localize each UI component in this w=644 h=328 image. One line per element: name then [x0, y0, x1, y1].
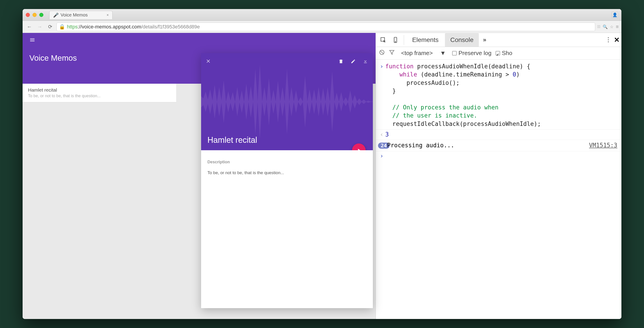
frame-selector-label: <top frame>	[401, 50, 433, 57]
funnel-icon	[389, 49, 395, 55]
forward-button[interactable]: →	[36, 24, 44, 30]
menu-icon	[30, 37, 35, 43]
address-bar: ← → ⟳ 🔒 https://voice-memos.appspot.com/…	[22, 21, 622, 33]
close-detail-button[interactable]	[206, 58, 211, 65]
console-prompt[interactable]: ›	[376, 151, 622, 161]
chevron-down-icon: ▼	[440, 50, 446, 57]
no-entry-icon	[379, 49, 385, 55]
trash-icon	[338, 59, 344, 64]
user-icon: 👤	[612, 12, 617, 17]
window-controls	[26, 13, 44, 17]
url-path: /details/f1f3953e5668d89e	[141, 24, 200, 29]
inspect-icon	[380, 37, 386, 43]
checkbox-icon	[452, 51, 457, 55]
memo-list-item[interactable]: Hamlet recital To be, or not to be, that…	[22, 84, 176, 102]
console-result: ‹ 3	[376, 130, 622, 140]
browser-window: 🎤 Voice Memos × 👤 ← → ⟳ 🔒 https://voice-…	[22, 9, 622, 319]
detail-header: Hamlet recital	[201, 53, 373, 150]
svg-line-5	[380, 51, 384, 54]
detail-body: Description To be, or not to be, that is…	[201, 150, 373, 181]
inspect-element-button[interactable]	[378, 34, 389, 45]
log-message: Processing audio...	[387, 141, 454, 149]
url-host: ://voice-memos.appspot.com	[78, 24, 141, 29]
preserve-log-checkbox[interactable]: Preserve log	[452, 50, 492, 57]
reload-button[interactable]: ⟳	[46, 24, 54, 30]
zoom-icon[interactable]: 🔍	[603, 24, 608, 29]
window-minimize-button[interactable]	[32, 13, 36, 17]
close-icon	[206, 59, 211, 64]
devtools-tabstrip: Elements Console » ⋮ ✕	[376, 33, 622, 47]
detail-title: Hamlet recital	[208, 135, 257, 145]
checkbox-checked-icon	[496, 51, 500, 55]
star-icon[interactable]: ☆	[610, 24, 614, 29]
browser-tab[interactable]: 🎤 Voice Memos ×	[49, 11, 112, 19]
app-background: Voice Memos Hamlet recital To be, or not…	[22, 33, 376, 319]
filter-button[interactable]	[389, 49, 395, 57]
profile-button[interactable]: 👤	[612, 11, 618, 18]
log-count-badge: 24	[378, 141, 385, 149]
devtools-tab-elements[interactable]: Elements	[407, 33, 444, 47]
window-zoom-button[interactable]	[39, 13, 44, 17]
delete-button[interactable]	[338, 59, 344, 65]
edit-button[interactable]	[351, 59, 356, 65]
menu-button[interactable]	[30, 37, 36, 44]
description-text: To be, or not to be, that is the questio…	[208, 170, 366, 175]
console-toolbar: <top frame> ▼ Preserve log Sho	[376, 47, 622, 60]
play-icon	[356, 148, 361, 150]
url-input[interactable]: 🔒 https://voice-memos.appspot.com/detail…	[56, 22, 595, 31]
preserve-log-label: Preserve log	[458, 50, 492, 57]
download-icon	[363, 59, 368, 64]
console-output: › function processAudioWhenIdle(deadline…	[376, 60, 622, 319]
show-checkbox[interactable]: Sho	[496, 50, 512, 57]
clear-console-button[interactable]	[379, 49, 385, 57]
mic-icon: 🎤	[53, 12, 59, 18]
code-block: function processAudioWhenIdle(deadline) …	[385, 62, 541, 128]
result-value: 3	[385, 130, 389, 139]
back-button[interactable]: ←	[25, 24, 34, 30]
lock-icon: 🔒	[59, 24, 65, 30]
devtools-close-button[interactable]: ✕	[614, 36, 620, 44]
tab-title: Voice Memos	[60, 12, 88, 17]
device-icon	[392, 37, 398, 43]
description-label: Description	[208, 160, 366, 164]
output-caret-icon: ‹	[378, 130, 385, 139]
devtools-more-tabs[interactable]: »	[480, 34, 489, 46]
memo-item-title: Hamlet recital	[28, 87, 171, 93]
prompt-caret-icon: ›	[378, 152, 385, 160]
device-mode-button[interactable]	[390, 34, 401, 45]
devtools-panel: Elements Console » ⋮ ✕ <top frame> ▼	[376, 33, 622, 319]
log-source-link[interactable]: VM1515:3	[589, 141, 617, 149]
app-pane: Voice Memos Hamlet recital To be, or not…	[22, 33, 376, 319]
memo-item-subtitle: To be, or not to be, that is the questio…	[28, 94, 171, 98]
window-close-button[interactable]	[26, 13, 30, 17]
svg-point-3	[395, 41, 396, 42]
console-log-row: 24 Processing audio... VM1515:3	[376, 140, 622, 151]
show-label: Sho	[502, 50, 512, 57]
frame-selector[interactable]: <top frame> ▼	[399, 49, 448, 57]
url-scheme: https	[67, 24, 78, 29]
window-titlebar: 🎤 Voice Memos × 👤	[22, 9, 622, 21]
memo-detail-panel: Hamlet recital Description To be, or not…	[201, 53, 373, 308]
video-icon[interactable]: ▢⃞	[598, 24, 600, 29]
devtools-tab-console[interactable]: Console	[445, 33, 479, 47]
console-input-echo: › function processAudioWhenIdle(deadline…	[376, 61, 622, 130]
download-button[interactable]	[363, 59, 368, 65]
pencil-icon	[351, 59, 356, 64]
content-area: Voice Memos Hamlet recital To be, or not…	[22, 33, 622, 319]
close-tab-icon[interactable]: ×	[107, 13, 109, 17]
input-caret-icon: ›	[378, 62, 385, 70]
devtools-kebab-icon[interactable]: ⋮	[605, 36, 611, 43]
hamburger-icon[interactable]: ≡	[616, 24, 619, 30]
